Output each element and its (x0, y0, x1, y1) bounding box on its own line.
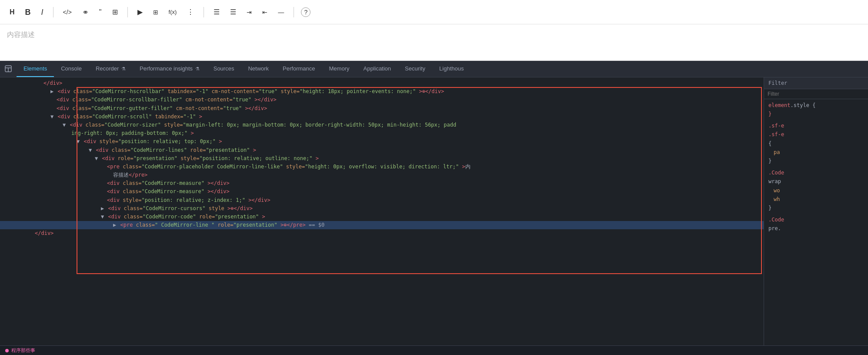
tab-application[interactable]: Application (356, 61, 398, 77)
tab-recorder[interactable]: Recorder ⚗ (89, 61, 133, 77)
tab-sources[interactable]: Sources (207, 61, 241, 77)
html-line: ▼ <div class="CodeMirror-scroll" tabinde… (0, 113, 764, 121)
tab-lighthouse-label: Lighthous (439, 65, 464, 72)
tab-performance-insights-label: Performance insights ⚗ (140, 65, 200, 72)
html-line: ▼ <div style="position: relative; top: 0… (0, 137, 764, 146)
html-line: <div style="position: relative; z-index:… (0, 196, 764, 204)
tab-memory[interactable]: Memory (322, 61, 357, 77)
style-rule: .sf-e (764, 121, 868, 130)
style-rule: } (764, 157, 868, 165)
tab-console[interactable]: Console (54, 61, 89, 77)
divider-3 (204, 7, 204, 17)
horizontal-rule-icon[interactable]: — (275, 7, 287, 17)
editor-placeholder: 内容描述 (7, 28, 35, 40)
divider-4 (294, 7, 294, 17)
devtools-tabbar: Elements Console Recorder ⚗ Performance … (0, 61, 868, 77)
editor-content[interactable]: 内容描述 (0, 24, 868, 60)
html-line: </div> (0, 79, 764, 87)
unordered-list-icon[interactable]: ☰ (227, 7, 239, 17)
style-rule: wo (764, 186, 868, 195)
tab-network-label: Network (248, 65, 269, 72)
style-rule: } (764, 110, 868, 118)
styles-filter[interactable] (764, 89, 868, 99)
style-rule: pa (764, 148, 868, 157)
more-icon[interactable]: ⋮ (184, 7, 197, 17)
devtools-content: </div> ▶ <div class="CodeMirror-hscrollb… (0, 77, 868, 345)
editor-toolbar: H B I </> ⚭ " ⊞ ▶ ⊞ f(x) ⋮ ☰ ☰ ⇥ ⇤ — ? (0, 0, 868, 24)
tab-application-label: Application (363, 65, 391, 72)
image-icon[interactable]: ⊞ (110, 7, 120, 17)
html-line: ▶ <div class="CodeMirror-hscrollbar" tab… (0, 87, 764, 96)
styles-title: Filter (768, 80, 787, 86)
help-icon[interactable]: ? (301, 7, 310, 17)
style-rule: pre. (764, 224, 868, 233)
html-line: <div class="CodeMirror-scrollbar-filler"… (0, 96, 764, 104)
indent-left-icon[interactable]: ⇤ (260, 7, 270, 17)
html-line: ▶ <div class="CodeMirror-cursors" style … (0, 204, 764, 213)
html-line: ▼ <div class="CodeMirror-code" role="pre… (0, 213, 764, 221)
styles-filter-input[interactable] (768, 91, 865, 97)
tab-lighthouse[interactable]: Lighthous (432, 61, 471, 77)
tab-performance-insights[interactable]: Performance insights ⚗ (133, 61, 207, 77)
styles-panel: Filter element.style { } .sf-e .sf-e (764, 77, 868, 345)
html-line: 容描述</pre> (0, 171, 764, 179)
divider-1 (53, 7, 53, 17)
html-line: <div class="CodeMirror-measure" ></div> (0, 179, 764, 188)
tab-performance[interactable]: Performance (276, 61, 322, 77)
devtools-icon (4, 65, 12, 73)
devtools-toggle-icon[interactable] (0, 61, 17, 77)
html-line: ▼ <div class="CodeMirror-sizer" style="m… (0, 121, 764, 129)
heading-icon[interactable]: H (7, 7, 17, 17)
style-element: element.style { (764, 101, 868, 110)
quote-icon[interactable]: " (97, 7, 104, 17)
indent-right-icon[interactable]: ⇥ (244, 7, 254, 17)
tab-performance-label: Performance (283, 65, 315, 72)
tab-security-label: Security (405, 65, 425, 72)
code-icon[interactable]: </> (60, 7, 74, 17)
table-icon[interactable]: ⊞ (150, 7, 161, 17)
tab-recorder-label: Recorder ⚗ (96, 65, 126, 72)
devtools-panel: Elements Console Recorder ⚗ Performance … (0, 61, 868, 355)
tab-console-label: Console (61, 65, 82, 72)
html-line: ing-right: 0px; padding-bottom: 0px;" > (0, 129, 764, 137)
html-line: <pre class="CodeMirror-placeholder CodeM… (0, 163, 764, 171)
styles-panel-header: Filter (764, 77, 868, 89)
html-line: <div class="CodeMirror-measure" ></div> (0, 188, 764, 196)
tab-memory-label: Memory (329, 65, 350, 72)
status-bar: 程序那些事 (0, 345, 868, 355)
styles-content: element.style { } .sf-e .sf-e { pa (764, 99, 868, 345)
elements-panel[interactable]: </div> ▶ <div class="CodeMirror-hscrollb… (0, 77, 764, 345)
divider-2 (127, 7, 128, 17)
tab-elements[interactable]: Elements (17, 61, 54, 77)
html-line: ▼ <div role="presentation" style="positi… (0, 154, 764, 163)
function-icon[interactable]: f(x) (166, 7, 180, 17)
style-rule: wrap (764, 177, 868, 186)
tab-network[interactable]: Network (241, 61, 276, 77)
style-rule: { (764, 139, 868, 148)
link-icon[interactable]: ⚭ (80, 7, 91, 18)
tab-security[interactable]: Security (398, 61, 432, 77)
style-rule: } (764, 204, 868, 212)
editor-area: H B I </> ⚭ " ⊞ ▶ ⊞ f(x) ⋮ ☰ ☰ ⇥ ⇤ — ? 内… (0, 0, 868, 61)
tab-sources-label: Sources (214, 65, 234, 72)
status-dot (5, 349, 9, 352)
video-icon[interactable]: ▶ (135, 7, 145, 17)
style-rule: wh (764, 195, 868, 204)
style-rule: .Code (764, 215, 868, 224)
html-line: <div class="CodeMirror-gutter-filler" cm… (0, 104, 764, 113)
html-line-selected: ▶ <pre class=" CodeMirror-line " role="p… (0, 221, 764, 229)
style-rule: .sf-e (764, 130, 868, 139)
ordered-list-icon[interactable]: ☰ (211, 7, 222, 17)
italic-icon[interactable]: I (39, 7, 46, 18)
style-rule: .Code (764, 168, 868, 177)
html-line: </div> (0, 229, 764, 238)
status-label: 程序那些事 (11, 347, 35, 354)
tab-elements-label: Elements (23, 65, 47, 72)
html-line: ▼ <div class="CodeMirror-lines" role="pr… (0, 146, 764, 154)
bold-icon[interactable]: B (23, 7, 33, 18)
